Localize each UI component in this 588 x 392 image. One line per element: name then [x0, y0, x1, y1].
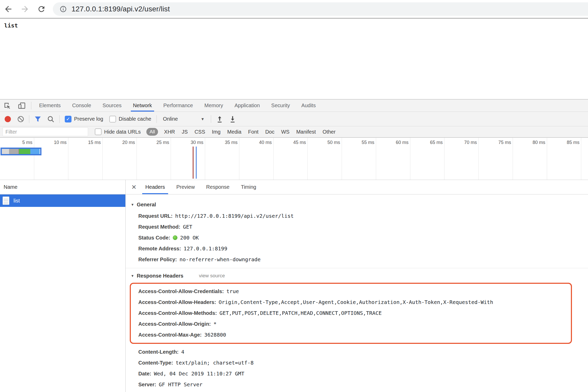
header-label: Remote Address:: [138, 243, 181, 254]
disable-cache-toggle[interactable]: Disable cache: [109, 116, 151, 122]
header-value: 4: [181, 346, 184, 357]
header-value: text/plain; charset=utf-8: [176, 357, 254, 368]
tick-label: 30 ms: [171, 138, 205, 180]
disclosure-triangle-icon: ▼: [131, 274, 134, 278]
network-overview-timeline[interactable]: 5 ms 10 ms 15 ms 20 ms 25 ms 30 ms 35 ms…: [0, 138, 588, 180]
preserve-log-toggle[interactable]: ✓ Preserve log: [65, 116, 103, 122]
tab-application[interactable]: Application: [229, 99, 266, 112]
tab-sources[interactable]: Sources: [97, 99, 127, 112]
column-header-name[interactable]: Name: [0, 180, 125, 194]
request-row-selected[interactable]: list: [0, 194, 125, 207]
device-toolbar-button[interactable]: [15, 99, 29, 112]
tick-label: 45 ms: [274, 138, 308, 180]
tick-label: 20 ms: [103, 138, 137, 180]
preserve-log-label: Preserve log: [74, 116, 103, 122]
request-name: list: [13, 198, 20, 204]
detail-tab-timing[interactable]: Timing: [239, 180, 258, 194]
tick-label: 65 ms: [410, 138, 444, 180]
back-button[interactable]: [0, 4, 17, 14]
tick-label: 55 ms: [342, 138, 376, 180]
filter-type-js[interactable]: JS: [182, 129, 188, 135]
header-row: Content-Length: 4: [126, 346, 588, 357]
tab-network[interactable]: Network: [127, 99, 157, 112]
headers-pane[interactable]: ▼ General Request URL: http://127.0.0.1:…: [126, 194, 588, 392]
checkbox-checked-icon: ✓: [65, 116, 71, 122]
tab-elements[interactable]: Elements: [33, 99, 66, 112]
filter-type-font[interactable]: Font: [248, 129, 259, 135]
close-details-button[interactable]: ✕: [128, 180, 140, 194]
clear-button[interactable]: [17, 115, 24, 123]
inspect-cursor-icon: [3, 101, 11, 110]
header-value: GET: [183, 221, 192, 232]
inspect-element-button[interactable]: [0, 99, 15, 112]
section-general-header[interactable]: ▼ General: [126, 199, 588, 210]
divider: [29, 115, 29, 123]
header-row: Remote Address: 127.0.0.1:8199: [126, 243, 588, 254]
filter-input[interactable]: [3, 127, 88, 136]
header-row: Content-Type: text/plain; charset=utf-8: [126, 357, 588, 368]
divider: [211, 115, 211, 123]
header-value: *: [213, 318, 217, 329]
divider: [31, 102, 31, 110]
forward-icon: [20, 4, 30, 14]
section-response-headers-header[interactable]: ▼ Response Headers view source: [126, 270, 588, 282]
header-value: Origin,Content-Type,Accept,User-Agent,Co…: [219, 297, 493, 308]
detail-tab-headers[interactable]: Headers: [144, 180, 167, 194]
record-network-log-button[interactable]: [5, 116, 11, 122]
tab-security[interactable]: Security: [266, 99, 296, 112]
request-waterfall-bar[interactable]: [1, 148, 41, 155]
view-source-link[interactable]: view source: [199, 273, 225, 279]
filter-type-manifest[interactable]: Manifest: [296, 129, 316, 135]
filter-type-all[interactable]: All: [146, 128, 158, 136]
header-row: Access-Control-Max-Age: 3628800: [138, 329, 571, 340]
filter-type-doc[interactable]: Doc: [265, 129, 275, 135]
throttling-select[interactable]: Online ▼: [163, 116, 205, 122]
tick-label: 40 ms: [239, 138, 274, 180]
tab-memory[interactable]: Memory: [199, 99, 229, 112]
header-row: Access-Control-Allow-Methods: GET,PUT,PO…: [138, 308, 571, 318]
detail-tab-preview[interactable]: Preview: [175, 180, 196, 194]
header-label: Access-Control-Max-Age:: [138, 329, 202, 340]
header-label: Content-Type:: [138, 357, 173, 368]
header-value: Wed, 04 Dec 2019 11:10:27 GMT: [154, 368, 244, 379]
header-label: Date:: [138, 368, 151, 379]
forward-button[interactable]: [17, 4, 33, 14]
filter-type-ws[interactable]: WS: [281, 129, 289, 135]
header-label: Request URL:: [138, 210, 173, 221]
info-icon[interactable]: [60, 5, 67, 13]
filter-type-img[interactable]: Img: [212, 129, 220, 135]
address-bar[interactable]: 127.0.0.1:8199/api.v2/user/list: [53, 2, 588, 16]
filter-type-css[interactable]: CSS: [195, 129, 205, 135]
filter-type-other[interactable]: Other: [322, 129, 335, 135]
tick-label: 10 ms: [34, 138, 68, 180]
detail-tab-response[interactable]: Response: [205, 180, 231, 194]
waterfall-download-segment: [30, 149, 40, 154]
clear-icon: [17, 115, 24, 123]
reload-button[interactable]: [33, 5, 50, 13]
filter-toggle-button[interactable]: [34, 115, 42, 123]
request-table: Name list: [0, 180, 126, 392]
header-value: no-referrer-when-downgrade: [180, 254, 261, 265]
tab-audits[interactable]: Audits: [296, 99, 321, 112]
request-details-panel: ✕ Headers Preview Response Timing ▼ Gene…: [126, 180, 588, 392]
export-har-button[interactable]: [229, 115, 236, 123]
section-general: ▼ General Request URL: http://127.0.0.1:…: [126, 197, 588, 265]
filter-type-media[interactable]: Media: [227, 129, 241, 135]
section-response-headers: ▼ Response Headers view source Access-Co…: [126, 268, 588, 390]
tick-label: 60 ms: [376, 138, 410, 180]
import-har-button[interactable]: [216, 115, 224, 123]
header-row: Request URL: http://127.0.0.1:8199/api.v…: [126, 210, 588, 221]
waterfall-stalled-segment: [9, 149, 19, 154]
filter-type-xhr[interactable]: XHR: [164, 129, 175, 135]
header-row: Date: Wed, 04 Dec 2019 11:10:27 GMT: [126, 368, 588, 379]
tick-label: 85 ms: [547, 138, 581, 180]
devtools-tabbar: Elements Console Sources Network Perform…: [0, 99, 588, 112]
network-toolbar: ✓ Preserve log Disable cache Online ▼: [0, 112, 588, 126]
tick-label: 15 ms: [68, 138, 103, 180]
tick-label: 5 ms: [0, 138, 34, 180]
search-button[interactable]: [47, 115, 55, 123]
header-label: Content-Length:: [138, 346, 179, 357]
tab-console[interactable]: Console: [66, 99, 97, 112]
hide-data-urls-toggle[interactable]: Hide data URLs: [95, 128, 141, 135]
tab-performance[interactable]: Performance: [158, 99, 199, 112]
